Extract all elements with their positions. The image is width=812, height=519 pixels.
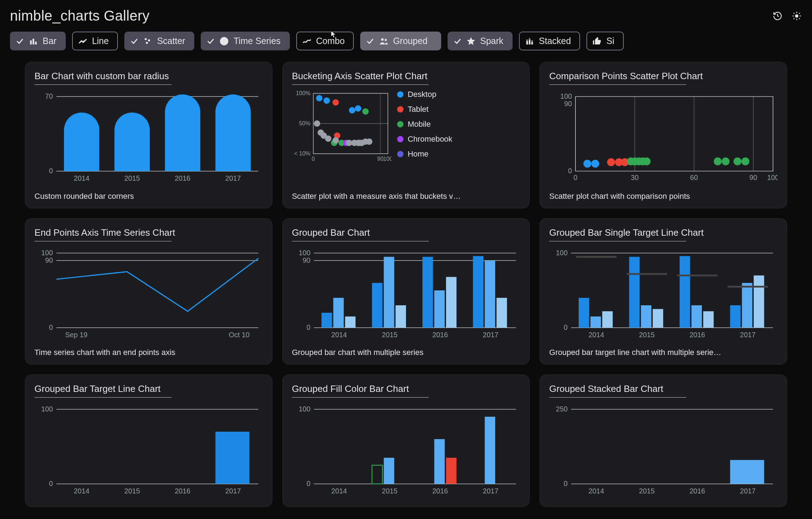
svg-text:Sep 19: Sep 19 xyxy=(65,331,88,339)
legend-dot-icon xyxy=(397,136,404,142)
chip-label: Bar xyxy=(43,36,56,46)
filter-chip-spark[interactable]: Spark xyxy=(448,32,513,50)
filter-chip-line[interactable]: Line xyxy=(72,32,118,50)
legend-item: Tablet xyxy=(397,105,453,114)
svg-point-48 xyxy=(349,107,355,114)
svg-point-59 xyxy=(325,136,331,142)
chart-card-endpoints_ts[interactable]: End Points Axis Time Series Chart 090100… xyxy=(25,218,272,365)
chart-card-bucket_scatter[interactable]: Bucketing Axis Scatter Plot Chart < 10%5… xyxy=(282,62,530,208)
filter-chip-stacked[interactable]: Stacked xyxy=(519,32,580,50)
chart-card-grid[interactable]: Bar Chart with custom bar radius 0702014… xyxy=(0,53,812,515)
svg-rect-140 xyxy=(703,311,714,327)
topbar: nimble_charts Gallery xyxy=(0,0,812,26)
chart-area: 01002014201520162017 xyxy=(34,403,263,499)
svg-text:2016: 2016 xyxy=(689,487,705,495)
svg-rect-130 xyxy=(579,298,589,328)
chart-card-bar_radius[interactable]: Bar Chart with custom bar radius 0702014… xyxy=(25,62,272,208)
svg-point-84 xyxy=(607,158,615,166)
card-title: Grouped Bar Chart xyxy=(292,227,520,238)
svg-rect-138 xyxy=(680,256,690,328)
svg-text:2015: 2015 xyxy=(382,487,397,495)
svg-text:100: 100 xyxy=(41,249,53,257)
svg-rect-144 xyxy=(754,275,764,328)
svg-rect-179 xyxy=(485,417,495,484)
svg-point-91 xyxy=(643,158,651,165)
svg-text:2017: 2017 xyxy=(740,331,756,339)
card-description: Scatter plot with a measure axis that bu… xyxy=(292,192,520,201)
svg-rect-10 xyxy=(33,39,34,44)
top-actions xyxy=(772,11,802,21)
svg-point-67 xyxy=(366,138,372,145)
filter-chip-si[interactable]: Si xyxy=(586,32,623,50)
check-icon xyxy=(16,37,24,45)
title-underline xyxy=(292,241,429,241)
svg-text:2014: 2014 xyxy=(331,331,347,339)
chart-card-grouped_fill[interactable]: Grouped Fill Color Bar Chart 01002014201… xyxy=(282,375,530,507)
chart-plot: 01002014201520162017 xyxy=(34,403,263,499)
legend-item: Home xyxy=(397,149,453,159)
svg-text:100: 100 xyxy=(299,405,310,413)
svg-rect-175 xyxy=(434,439,444,484)
chip-label: Spark xyxy=(480,36,503,46)
svg-point-16 xyxy=(381,38,384,40)
card-title: Grouped Fill Color Bar Chart xyxy=(292,383,520,394)
svg-rect-120 xyxy=(446,277,456,328)
svg-point-52 xyxy=(362,108,369,115)
svg-point-49 xyxy=(355,105,361,112)
chart-card-grouped_target[interactable]: Grouped Bar Target Line Chart 0100201420… xyxy=(25,375,272,507)
legend-label: Desktop xyxy=(408,90,437,99)
card-title: Grouped Bar Target Line Chart xyxy=(34,383,263,394)
svg-text:Oct 10: Oct 10 xyxy=(229,331,249,339)
svg-rect-23 xyxy=(531,42,533,44)
svg-rect-131 xyxy=(591,316,601,328)
scatter-icon xyxy=(143,36,153,46)
chart-card-grouped_stacked[interactable]: Grouped Stacked Bar Chart 02502014201520… xyxy=(540,375,787,507)
svg-point-14 xyxy=(146,42,148,44)
check-icon xyxy=(206,37,215,45)
stacked-icon xyxy=(525,36,535,46)
svg-text:2014: 2014 xyxy=(589,331,604,339)
svg-line-6 xyxy=(799,18,800,19)
svg-rect-142 xyxy=(730,305,741,328)
chip-label: Grouped xyxy=(393,36,427,46)
card-description: Grouped bar chart with multiple series xyxy=(292,348,520,357)
card-title: Bucketing Axis Scatter Plot Chart xyxy=(292,71,520,82)
chart-plot: 0901002014201520162017 xyxy=(292,246,520,343)
filter-chip-bar[interactable]: Bar xyxy=(10,32,66,50)
chart-area: < 10%50%100%090100 DesktopTabletMobileCh… xyxy=(292,90,520,187)
chart-card-grouped_bar[interactable]: Grouped Bar Chart 0901002014201520162017… xyxy=(282,218,530,365)
svg-text:90: 90 xyxy=(564,100,572,108)
title-underline xyxy=(34,397,172,398)
svg-point-56 xyxy=(314,120,320,127)
svg-line-5 xyxy=(794,13,794,13)
history-icon[interactable] xyxy=(772,11,783,21)
filter-chip-combo[interactable]: Combo xyxy=(296,32,354,50)
svg-rect-11 xyxy=(35,42,37,44)
svg-line-8 xyxy=(799,13,800,13)
card-title: Comparison Points Scatter Plot Chart xyxy=(549,71,778,82)
title-underline xyxy=(34,241,172,241)
people-icon xyxy=(379,36,389,46)
svg-point-47 xyxy=(323,97,330,104)
svg-text:0: 0 xyxy=(49,480,53,488)
chart-card-grouped_single_target[interactable]: Grouped Bar Single Target Line Chart 010… xyxy=(540,218,787,365)
svg-text:2016: 2016 xyxy=(432,331,448,339)
svg-point-12 xyxy=(145,38,147,40)
filter-chip-scatter[interactable]: Scatter xyxy=(124,32,194,50)
svg-text:90: 90 xyxy=(749,174,757,181)
chart-plot: 02502014201520162017 xyxy=(549,403,778,499)
svg-text:100: 100 xyxy=(299,249,310,257)
chart-plot: < 10%50%100%090100 xyxy=(292,90,391,164)
svg-text:2015: 2015 xyxy=(124,174,140,182)
chart-area: 02502014201520162017 xyxy=(549,403,778,499)
svg-text:2016: 2016 xyxy=(175,487,190,495)
chart-card-comparison_scatter[interactable]: Comparison Points Scatter Plot Chart 090… xyxy=(540,62,787,208)
filter-chip-grouped[interactable]: Grouped xyxy=(360,32,441,50)
legend-item: Mobile xyxy=(397,120,453,129)
theme-toggle-icon[interactable] xyxy=(791,11,802,21)
chart-area: 01002014201520162017 xyxy=(292,403,520,499)
card-title: Grouped Stacked Bar Chart xyxy=(549,383,778,394)
svg-text:250: 250 xyxy=(556,405,568,413)
svg-point-95 xyxy=(742,158,749,165)
filter-chip-timeseries[interactable]: Time Series xyxy=(201,32,289,50)
